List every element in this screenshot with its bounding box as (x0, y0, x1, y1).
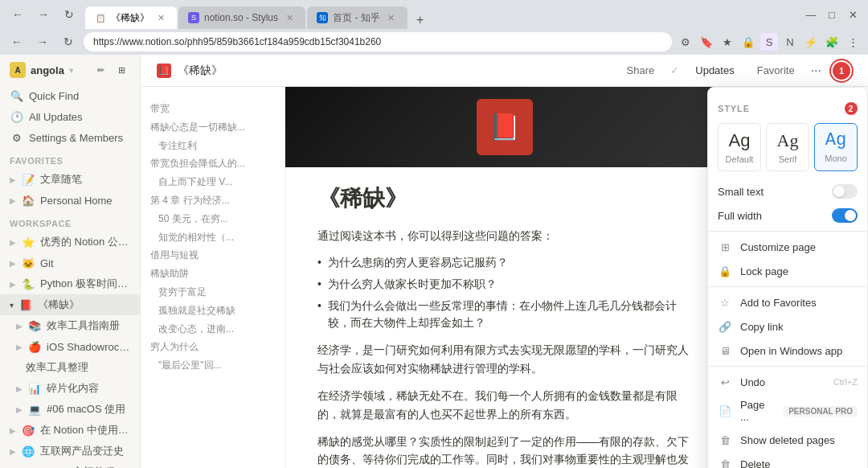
sidebar-item-ws-2[interactable]: ▶ 🐍 Python 极客时间课程 (0, 273, 140, 294)
toc-item-1[interactable]: 稀缺心态是一切稀缺... (150, 118, 275, 137)
toc-item-3[interactable]: 带宽负担会降低人的... (150, 154, 275, 173)
sidebar-item-ws-3[interactable]: ▾ 📕 《稀缺》 (0, 294, 140, 315)
sidebar-item-ws-0[interactable]: ▶ ⭐ 优秀的 Notion 公开页 (0, 232, 140, 252)
ws-4-arrow: ▶ (16, 322, 23, 330)
sidebar-item-ws-10[interactable]: ▶ 🌐 互联网产品变迁史 (0, 441, 140, 462)
sidebar-action-2[interactable]: ⊞ (113, 61, 130, 79)
menu-page[interactable]: 📄 Page ... PERSONAL PRO (708, 394, 867, 428)
maximize-button[interactable]: □ (823, 6, 841, 23)
menu-add-favorites[interactable]: ☆ Add to Favorites (708, 290, 867, 314)
menu-delete[interactable]: 🗑 Delete (708, 452, 867, 468)
favorite-button[interactable]: Favorite (751, 61, 801, 80)
browser-controls: ← → ↻ (6, 6, 80, 23)
toc-item-8[interactable]: 借用与短视 (150, 246, 275, 265)
style-serif[interactable]: Ag Serif (766, 123, 809, 171)
personal-home-icon: 🏠 (21, 193, 35, 207)
page-icon: 📕 (157, 64, 171, 78)
sidebar-item-ws-4[interactable]: ▶ 📚 效率工具指南册 (0, 315, 140, 336)
bullet-0: • 为什么患病的穷人更容易忘记服药？ (317, 254, 691, 271)
ws-7-arrow: ▶ (16, 384, 23, 393)
sidebar-item-ws-1[interactable]: ▶ 🐱 Git (0, 252, 140, 273)
ext-icon-3[interactable]: ★ (719, 33, 736, 51)
sidebar-item-settings[interactable]: ⚙ Settings & Members (0, 127, 140, 148)
workspace-name[interactable]: A angola ▾ (10, 62, 73, 78)
toc-item-0[interactable]: 带宽 (150, 100, 275, 118)
toc-item-7[interactable]: 知觉的相对性（... (150, 228, 275, 247)
sidebar-action-1[interactable]: ✏ (92, 61, 109, 79)
style-mono[interactable]: Ag Mono (814, 123, 858, 171)
sidebar-item-ws-11[interactable]: ▶ 📖 Notion 入门教程 (0, 462, 140, 468)
menu-undo[interactable]: ↩ Undo Ctrl+Z (708, 370, 867, 394)
back-button[interactable]: ← (6, 6, 29, 23)
sidebar-item-ws-5[interactable]: ▶ 🍎 iOS Shadowrocket ... (0, 336, 140, 357)
tab-3-close[interactable]: ✕ (385, 11, 398, 24)
address-input[interactable] (84, 32, 672, 51)
tab-1-title: 《稀缺》 (111, 11, 149, 25)
favorites-0-icon: 📝 (21, 172, 35, 187)
ext-icon-8[interactable]: 🧩 (823, 33, 841, 51)
new-tab-button[interactable]: + (409, 11, 432, 29)
divider-3 (708, 366, 867, 367)
menu-show-deleted[interactable]: 🗑 Show deleted pages (708, 428, 867, 452)
menu-open-windows[interactable]: 🖥 Open in Windows app (708, 339, 867, 363)
sidebar-item-ws-8[interactable]: ▶ 💻 #06 macOS 使用 (0, 399, 140, 420)
tab-2-close[interactable]: ✕ (283, 11, 296, 24)
tab-2[interactable]: S notion.so - Stylus ✕ (178, 6, 305, 29)
toc-item-6[interactable]: 50 美元，在穷... (150, 210, 275, 228)
small-text-knob (833, 186, 845, 197)
toc-item-11[interactable]: 孤独就是社交稀缺 (150, 302, 275, 320)
deleted-icon: 🗑 (718, 433, 732, 447)
menu-copy-link[interactable]: 🔗 Copy link (708, 314, 867, 339)
sidebar-item-quickfind[interactable]: 🔍 Quick Find (0, 85, 140, 106)
sidebar-item-personal-home[interactable]: ▶ 🏠 Personal Home (0, 190, 140, 211)
workspace-section-label: WORKSPACE (0, 211, 140, 232)
style-default[interactable]: Ag Default (718, 123, 761, 171)
toc-item-14[interactable]: "最后公里"回... (150, 356, 275, 375)
ext-icon-7[interactable]: ⚡ (802, 33, 820, 51)
sidebar-item-favorites-0[interactable]: ▶ 📝 文章随笔 (0, 169, 140, 190)
ext-icon-4[interactable]: 🔒 (739, 33, 757, 51)
toc-item-5[interactable]: 第 4 章 行为经济... (150, 191, 275, 210)
small-text-toggle[interactable] (832, 184, 858, 199)
toc-item-4[interactable]: 自上而下处理 V... (150, 173, 275, 191)
favorites-0-label: 文章随笔 (40, 172, 130, 187)
share-button[interactable]: Share (620, 61, 661, 80)
ws-9-arrow: ▶ (10, 426, 16, 435)
star-icon: ☆ (718, 295, 732, 310)
toc-item-13[interactable]: 穷人为什么 (150, 338, 275, 356)
toc-item-10[interactable]: 贫穷于富足 (150, 283, 275, 302)
menu-customize[interactable]: ⊞ Customize page (708, 235, 867, 259)
sidebar-item-allupdates[interactable]: 🕐 All Updates (0, 106, 140, 127)
toc-item-12[interactable]: 改变心态，迸南... (150, 320, 275, 339)
tab-1[interactable]: 📋 《稀缺》 ✕ (85, 6, 177, 29)
ext-icon-1[interactable]: ⚙ (677, 33, 694, 51)
menu-lock[interactable]: 🔒 Lock page (708, 259, 867, 283)
forward-button[interactable]: → (32, 6, 55, 23)
nav-back-button[interactable]: ← (6, 32, 27, 51)
minimize-button[interactable]: — (802, 6, 820, 23)
ws-9-icon: 🎯 (21, 423, 35, 437)
full-width-toggle[interactable] (832, 208, 858, 223)
refresh-button[interactable]: ↻ (58, 6, 80, 23)
user-avatar[interactable]: 1 (831, 60, 852, 81)
sidebar-item-ws-6[interactable]: 效率工具整理 (0, 357, 140, 378)
nav-forward-button[interactable]: → (32, 32, 53, 51)
sidebar-item-ws-7[interactable]: ▶ 📊 碎片化内容 (0, 378, 140, 399)
lock-label: Lock page (740, 265, 858, 277)
ext-icon-2[interactable]: 🔖 (698, 33, 715, 51)
ext-icon-9[interactable]: ⋮ (844, 33, 862, 51)
tab-3[interactable]: 知 首页 - 知乎 ✕ (307, 6, 407, 29)
updates-button[interactable]: Updates (689, 61, 740, 80)
toc-item-9[interactable]: 稀缺助阱 (150, 265, 275, 283)
ws-5-label: iOS Shadowrocket ... (47, 341, 130, 353)
sidebar-item-ws-9[interactable]: ▶ 🎯 在 Notion 中使用 flomo (0, 420, 140, 441)
style-default-ag: Ag (729, 130, 751, 151)
close-button[interactable]: ✕ (844, 6, 862, 23)
nav-refresh-button[interactable]: ↻ (58, 32, 79, 51)
ws-8-icon: 💻 (27, 402, 42, 417)
toc-item-2[interactable]: 专注红利 (150, 137, 275, 155)
tab-1-close[interactable]: ✕ (154, 11, 167, 24)
ext-icon-6[interactable]: N (781, 33, 799, 51)
ext-icon-5[interactable]: S (760, 33, 778, 51)
more-button[interactable]: ··· (811, 64, 821, 78)
